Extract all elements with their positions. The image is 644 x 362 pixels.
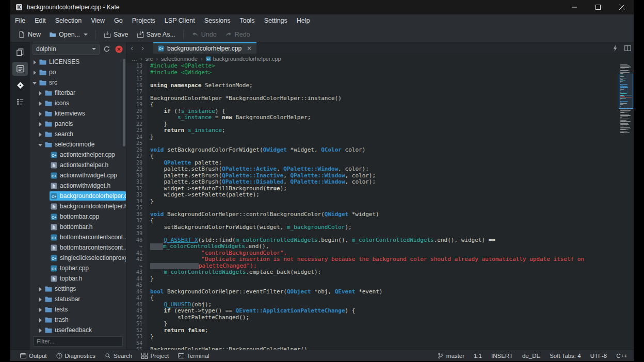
close-panel-button[interactable] (114, 44, 123, 54)
quick-open-button[interactable] (609, 42, 621, 54)
filesystem-browser-tool-button[interactable] (12, 62, 28, 76)
breadcrumb-item-selectionmode[interactable]: selectionmode (161, 56, 198, 62)
breadcrumb-item-src[interactable]: src (146, 56, 153, 62)
statusbar-search-button[interactable]: Search (101, 352, 136, 360)
statusbar-project-button[interactable]: Project (138, 352, 172, 360)
code-line-26[interactable]: 26void setBackgroundColorForWidget(QWidg… (126, 147, 634, 154)
tree-item-statusbar[interactable]: statusbar (30, 294, 126, 304)
tree-expander-icon[interactable] (38, 142, 43, 147)
menu-edit[interactable]: Edit (30, 14, 51, 27)
tab-backgroundcolorhelper[interactable]: C+ backgroundcolorhelper.cpp ✕ (153, 42, 256, 54)
tab-close-icon[interactable]: ✕ (247, 45, 252, 52)
tree-item-selectionmode[interactable]: selectionmode (30, 139, 126, 150)
code-line-38[interactable]: 38 setBackgroundColorForWidget(widget, m… (126, 224, 634, 231)
redo-button[interactable]: Redo (221, 29, 254, 40)
tree-expander-icon[interactable] (38, 307, 43, 312)
tree-item-backgroundcolorhelper-h[interactable]: hbackgroundcolorhelper.h (30, 201, 126, 211)
tree-item-actionwithwidget-cpp[interactable]: C+actionwithwidget.cpp (30, 170, 126, 180)
menu-lsp-client[interactable]: LSP Client (160, 14, 200, 27)
open-button[interactable]: Open... (45, 29, 91, 40)
close-button[interactable] (610, 0, 634, 14)
menu-settings[interactable]: Settings (260, 14, 292, 27)
title-bar[interactable]: K backgroundcolorhelper.cpp - Kate (10, 0, 634, 14)
tree-expander-icon[interactable] (38, 111, 43, 117)
code-line-44[interactable]: 44} (126, 276, 634, 283)
tree-expander-icon[interactable] (32, 59, 38, 65)
tree-item-backgroundcolorhelper-c[interactable]: C+backgroundcolorhelper.c… (30, 191, 126, 201)
statusbar-1-1[interactable]: 1:1 (474, 353, 482, 359)
statusbar-insert[interactable]: INSERT (491, 353, 513, 359)
symbol-outline-tool-button[interactable] (12, 95, 28, 109)
tree-expander-icon[interactable] (32, 80, 38, 86)
statusbar-c[interactable]: C++ (616, 353, 627, 359)
menu-go[interactable]: Go (109, 14, 127, 27)
code-line-50[interactable]: 50 slotPaletteChanged(); (126, 315, 634, 321)
menu-view[interactable]: View (86, 14, 109, 27)
tree-item-topbar-cpp[interactable]: C+topbar.cpp (30, 263, 126, 273)
documents-tool-button[interactable] (12, 45, 28, 59)
menu-tools[interactable]: Tools (235, 14, 259, 27)
tree-item-actiontexthelper-cpp[interactable]: C+actiontexthelper.cpp (30, 150, 126, 160)
tree-item-topbar-h[interactable]: htopbar.h (30, 273, 126, 284)
split-view-button[interactable] (621, 42, 634, 54)
tree-expander-icon[interactable] (38, 121, 43, 127)
code-line-18[interactable]: 18BackgroundColorHelper *BackgroundColor… (126, 95, 634, 102)
tree-item-search[interactable]: search (30, 129, 126, 139)
git-tool-button[interactable] (12, 78, 28, 92)
menu-projects[interactable]: Projects (127, 14, 160, 27)
tree-item-panels[interactable]: panels (30, 119, 126, 129)
tab-back-button[interactable]: ‹ (126, 42, 137, 54)
minimap[interactable] (620, 64, 632, 134)
code-line-23[interactable]: 23 return s_instance; (126, 127, 634, 134)
tree-scrollbar-thumb[interactable] (123, 59, 125, 146)
tree-item-filterbar[interactable]: filterbar (30, 88, 126, 98)
code-line-14[interactable]: 14#include <QWidget> (126, 70, 634, 76)
filter-input[interactable] (33, 336, 123, 347)
tree-item-userfeedback[interactable]: userfeedback (30, 325, 126, 334)
statusbar-de-de[interactable]: de_DE (522, 353, 540, 359)
tree-item-singleclickselectionproxy[interactable]: C+singleclickselectionproxy… (30, 253, 126, 263)
tree-item-actiontexthelper-h[interactable]: hactiontexthelper.h (30, 160, 126, 170)
tree-item-bottombarcontentscont[interactable]: hbottombarcontentscont… (30, 242, 126, 253)
tree-expander-icon[interactable] (38, 90, 43, 96)
menu-file[interactable]: File (10, 14, 30, 27)
statusbar-master[interactable]: master (438, 353, 464, 359)
tree-item-tests[interactable]: tests (30, 304, 126, 315)
minimap-viewport[interactable] (619, 74, 633, 109)
code-line-21[interactable]: 21 s_instance = new BackgroundColorHelpe… (126, 114, 634, 121)
statusbar-output-button[interactable]: Output (17, 352, 51, 360)
tree-item-bottombarcontentscont[interactable]: C+bottombarcontentscont… (30, 232, 126, 242)
tree-item-bottombar-cpp[interactable]: C+bottombar.cpp (30, 211, 126, 222)
tree-expander-icon[interactable] (38, 327, 43, 333)
tree-item-settings[interactable]: settings (30, 284, 126, 294)
breadcrumb-item-backgroundcolorhelper-cpp[interactable]: C+backgroundcolorhelper.cpp (206, 56, 281, 62)
tree-item-trash[interactable]: trash (30, 315, 126, 325)
tree-item-po[interactable]: po (30, 67, 126, 77)
tree-item-bottombar-h[interactable]: hbottombar.h (30, 222, 126, 232)
maximize-button[interactable] (586, 0, 610, 14)
tree-expander-icon[interactable] (32, 70, 38, 75)
save-button[interactable]: Save (100, 29, 132, 40)
breadcrumb-item-[interactable]: … (132, 56, 137, 62)
code-line-36[interactable]: 36void BackgroundColorHelper::controlBac… (126, 211, 634, 218)
menu-selection[interactable]: Selection (51, 14, 86, 27)
code-area[interactable]: 13#include <QPalette>14#include <QWidget… (126, 63, 634, 350)
undo-button[interactable]: Undo (188, 29, 220, 40)
code-line-16[interactable]: 16using namespace SelectionMode; (126, 83, 634, 89)
refresh-button[interactable] (102, 44, 111, 54)
statusbar-soft-tabs-4[interactable]: Soft Tabs: 4 (550, 353, 581, 359)
menu-help[interactable]: Help (292, 14, 315, 27)
statusbar-diagnostics-button[interactable]: Diagnostics (53, 352, 99, 360)
tree-expander-icon[interactable] (38, 297, 43, 302)
code-line-52[interactable]: 52 return false; (126, 327, 634, 334)
code-line-34[interactable]: 34} (126, 199, 634, 205)
tree-expander-icon[interactable] (38, 286, 43, 292)
statusbar-terminal-button[interactable]: Terminal (174, 352, 213, 360)
statusbar-utf-8[interactable]: UTF-8 (590, 353, 607, 359)
tree-expander-icon[interactable] (38, 131, 43, 137)
new-button[interactable]: New (14, 29, 44, 40)
tree-item-licenses[interactable]: LICENSES (30, 57, 126, 67)
code-line-24[interactable]: 24} (126, 134, 634, 141)
tree-expander-icon[interactable] (38, 317, 43, 323)
tree-item-kitemviews[interactable]: kitemviews (30, 108, 126, 119)
